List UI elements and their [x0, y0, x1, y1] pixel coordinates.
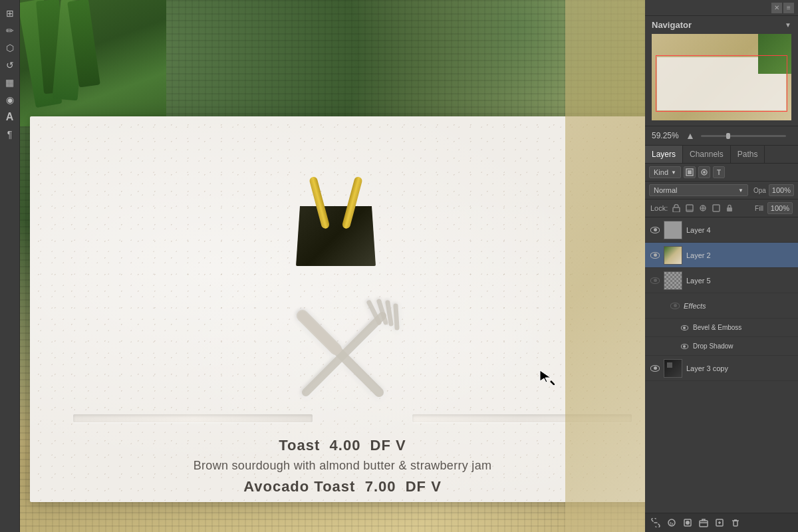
svg-rect-10 — [688, 170, 692, 174]
layer-name: Layer 3 copy — [686, 364, 794, 372]
menu-item-1-desc: Brown sourdough with almond butter & str… — [30, 456, 645, 475]
layer-item[interactable]: Layer 4 — [645, 217, 798, 243]
tab-paths[interactable]: Paths — [731, 146, 765, 163]
cutlery-icon — [276, 289, 409, 422]
svg-rect-13 — [673, 207, 680, 212]
brush-icon[interactable]: ✏ — [2, 23, 18, 39]
opacity-label: Opa — [753, 187, 766, 194]
zoom-value: 59.25% — [652, 131, 685, 140]
lock-image-icon[interactable] — [685, 203, 694, 213]
blend-mode-value: Normal — [654, 186, 677, 194]
filter-dropdown-arrow: ▼ — [671, 170, 676, 176]
layer-visibility-toggle[interactable] — [649, 275, 661, 287]
svg-line-5 — [388, 303, 391, 324]
navigator-title: Navigator — [652, 20, 692, 30]
layer-visibility-toggle[interactable] — [649, 224, 661, 236]
effect-bevel-item[interactable]: Bevel & Emboss — [645, 319, 798, 337]
layer-item[interactable]: Layer 2 — [645, 243, 798, 268]
filter-kind-label: Kind — [654, 168, 668, 176]
delete-layer-button[interactable] — [729, 516, 742, 529]
lock-position-icon[interactable] — [698, 203, 708, 213]
panel-header-controls: ✕ ≡ — [645, 0, 798, 16]
canvas-area: Toast 4.00 DF V Brown sourdough with alm… — [20, 0, 645, 532]
zoom-control: 59.25% ▲ — [645, 126, 798, 146]
svg-rect-20 — [727, 207, 732, 211]
create-new-layer-button[interactable] — [713, 516, 726, 529]
tab-channels[interactable]: Channels — [683, 146, 731, 163]
panel-expand-button[interactable]: ≡ — [783, 3, 794, 13]
panel-close-button[interactable]: ✕ — [771, 3, 782, 13]
fill-value[interactable]: 100% — [767, 202, 793, 214]
create-group-button[interactable] — [697, 516, 710, 529]
lock-bar: Lock: Fill 100% — [645, 200, 798, 217]
link-layers-button[interactable] — [649, 516, 662, 529]
menu-text-area: Toast 4.00 DF V Brown sourdough with alm… — [30, 436, 645, 495]
effect-visibility-toggle[interactable] — [678, 340, 690, 352]
svg-rect-19 — [713, 205, 720, 211]
svg-rect-25 — [700, 521, 708, 527]
effect-visibility-toggle[interactable] — [678, 322, 690, 334]
binder-clip — [283, 180, 389, 299]
zoom-slider-track[interactable] — [701, 135, 786, 137]
lock-transparent-icon[interactable] — [672, 203, 681, 213]
layer-item[interactable]: Layer 5 — [645, 268, 798, 293]
blend-mode-dropdown[interactable]: Normal ▼ — [649, 184, 748, 196]
layer-name: Layer 5 — [686, 277, 794, 285]
add-mask-button[interactable] — [681, 516, 694, 529]
blend-bar: Normal ▼ Opa 100% — [645, 182, 798, 200]
navigator-section: Navigator ▼ — [645, 16, 798, 126]
effects-visibility-toggle[interactable] — [669, 300, 681, 312]
layers-toolbar: fx — [645, 513, 798, 532]
filter-pixel-icon[interactable] — [684, 166, 696, 178]
effects-label: Effects — [684, 302, 794, 310]
svg-rect-29 — [733, 521, 737, 526]
add-style-button[interactable]: fx — [665, 516, 678, 529]
menu-card: Toast 4.00 DF V Brown sourdough with alm… — [30, 116, 645, 502]
layer-item[interactable]: Layer 3 copy — [645, 356, 798, 381]
lock-all-icon[interactable] — [725, 203, 734, 213]
fill-label: Fill — [755, 205, 763, 212]
layers-panel-tabs: Layers Channels Paths — [645, 146, 798, 164]
svg-text:fx: fx — [670, 521, 674, 527]
layer-thumbnail — [664, 271, 682, 290]
layer-thumbnail — [664, 246, 682, 265]
histogram-icon[interactable]: ▦ — [2, 74, 18, 90]
layer-name: Layer 2 — [686, 251, 794, 259]
svg-line-1 — [303, 316, 336, 349]
blend-dropdown-arrow: ▼ — [738, 188, 743, 194]
stamp-icon[interactable]: ⬡ — [2, 40, 18, 56]
eraser-icon[interactable]: ◉ — [2, 92, 18, 108]
lock-artboard-icon[interactable] — [712, 203, 721, 213]
right-panel: ✕ ≡ Navigator ▼ 59.25% ▲ Layers Channels… — [645, 0, 798, 532]
navigator-header[interactable]: Navigator ▼ — [645, 16, 798, 34]
svg-point-12 — [703, 171, 706, 174]
svg-line-6 — [396, 306, 397, 328]
layer-visibility-toggle[interactable] — [649, 362, 661, 374]
layer-visibility-toggle[interactable] — [649, 249, 661, 261]
smudge-icon[interactable]: ↺ — [2, 57, 18, 73]
filter-type-icon[interactable]: T — [713, 166, 725, 178]
menu-item-2-title: Avocado Toast 7.00 DF V — [30, 478, 645, 495]
opacity-input[interactable]: 100% — [769, 184, 794, 196]
effect-name: Drop Shadow — [693, 342, 794, 350]
zoom-up-button[interactable]: ▲ — [685, 130, 696, 141]
navigator-thumbnail[interactable] — [652, 34, 791, 120]
left-toolbar: ⊞ ✏ ⬡ ↺ ▦ ◉ A ¶ — [0, 0, 20, 532]
navigator-collapse-icon: ▼ — [785, 21, 791, 29]
filter-bar: Kind ▼ T — [645, 164, 798, 182]
filter-adjustment-icon[interactable] — [698, 166, 710, 178]
adjustments-icon[interactable]: ⊞ — [2, 5, 18, 21]
layer-thumbnail — [664, 359, 682, 378]
wicker-right — [565, 0, 645, 532]
paragraph-icon[interactable]: ¶ — [2, 126, 18, 142]
filter-kind-dropdown[interactable]: Kind ▼ — [649, 166, 681, 178]
veggie-area — [20, 0, 166, 126]
effects-group-item[interactable]: Effects — [645, 293, 798, 319]
svg-point-24 — [686, 521, 690, 525]
tab-layers[interactable]: Layers — [645, 146, 683, 163]
text-tool-icon[interactable]: A — [2, 109, 18, 125]
effect-dropshadow-item[interactable]: Drop Shadow — [645, 337, 798, 356]
lock-label: Lock: — [650, 204, 668, 212]
menu-item-1-title: Toast 4.00 DF V — [30, 436, 645, 456]
layer-thumbnail — [664, 221, 682, 239]
